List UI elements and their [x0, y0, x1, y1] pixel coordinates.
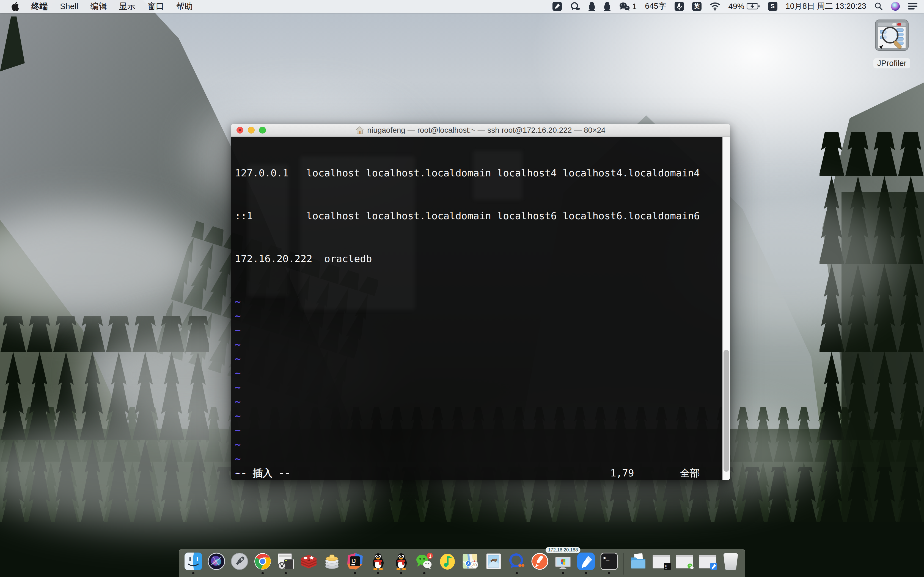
siri-menu-icon[interactable] [891, 2, 900, 11]
running-indicator [400, 572, 402, 574]
vim-tilde-row: ~ [235, 380, 719, 395]
vim-tilde-row: ~ [235, 437, 719, 452]
dock-qq-icon[interactable] [369, 553, 387, 570]
jprofiler-label: JProfiler [873, 58, 910, 68]
running-indicator [192, 572, 194, 574]
menu-shell[interactable]: Shell [60, 2, 78, 11]
note-app-menu-icon[interactable] [552, 2, 562, 11]
running-indicator [423, 572, 425, 574]
svg-text:IJ: IJ [665, 565, 667, 568]
hosts-line: ::1 localhost localhost.localdomain loca… [235, 209, 719, 223]
running-indicator [354, 572, 356, 574]
menu-bar: 终端 Shell 编辑 显示 窗口 帮助 1 645字 英 [0, 0, 924, 13]
vim-tilde-row: ~ [235, 395, 719, 409]
jprofiler-icon [873, 18, 911, 55]
dock-terminal-icon[interactable]: >_ [600, 553, 618, 570]
apple-menu-icon[interactable] [11, 2, 19, 11]
home-proxy-icon [355, 126, 364, 134]
qq-menu-icon[interactable] [588, 2, 595, 11]
microphone-menu-icon[interactable] [675, 2, 684, 11]
dock: IJ 1 3D 172.16.20.188 >_ [179, 549, 745, 577]
rdp-connection-label: 172.16.20.188 [546, 547, 580, 553]
menu-datetime[interactable]: 10月8日 周二 13:20:23 [786, 1, 866, 12]
battery-percent: 49% [729, 2, 745, 11]
menu-terminal[interactable]: 终端 [31, 1, 48, 12]
terminal-titlebar[interactable]: niugaofeng — root@localhost:~ — ssh root… [231, 124, 730, 137]
jprofiler-desktop-icon[interactable]: JProfiler [869, 18, 915, 68]
word-count-status[interactable]: 645字 [645, 1, 666, 12]
qq-menu-icon-2[interactable] [604, 2, 611, 11]
dock-documents-folder-icon[interactable] [630, 553, 647, 570]
battery-charging-icon[interactable] [746, 3, 760, 10]
tilde-lines: ~~~~~~~~~~~~~~~~~~~~ [235, 295, 719, 480]
trash-cup [723, 553, 738, 570]
menu-window[interactable]: 窗口 [148, 1, 164, 12]
dock-qq-icon-2[interactable] [393, 553, 410, 570]
running-indicator [262, 572, 264, 574]
dock-wechat-icon[interactable]: 1 [415, 553, 433, 570]
running-indicator [562, 572, 564, 574]
dock-chrome-icon[interactable] [254, 553, 271, 570]
hosts-line: 172.16.20.222 oracledb [235, 252, 719, 266]
wechat-badge-count: 1 [429, 554, 431, 559]
dock-divider [624, 553, 624, 575]
dock-window-preview-wechat[interactable] [676, 553, 693, 570]
dock-launchpad-icon[interactable] [231, 553, 248, 570]
running-indicator [585, 572, 587, 574]
vim-mode-indicator: -- 插入 -- [235, 466, 291, 480]
dock-intellij-icon[interactable]: IJ [346, 553, 364, 570]
wifi-icon[interactable] [710, 2, 720, 10]
vim-cursor-position: 1,79 [610, 466, 634, 480]
dock-remote-desktop-icon[interactable]: 172.16.20.188 [554, 553, 572, 570]
dock-mail-icon[interactable] [485, 553, 502, 570]
dock-blue-notes-icon[interactable] [577, 553, 595, 570]
dock-database-app-icon[interactable] [323, 553, 341, 570]
intellij-letters: IJ [351, 558, 356, 564]
vim-tilde-row: ~ [235, 295, 719, 309]
terminal-window[interactable]: niugaofeng — root@localhost:~ — ssh root… [231, 124, 730, 480]
running-indicator [377, 572, 379, 574]
vim-tilde-row: ~ [235, 323, 719, 337]
wechat-unread-count: 1 [632, 2, 636, 11]
hosts-line: 127.0.0.1 localhost localhost.localdomai… [235, 166, 719, 180]
dock-siri-icon[interactable] [208, 553, 225, 570]
dock-qq-music-icon[interactable] [439, 553, 456, 570]
vim-status-line: -- 插入 -- 1,79 全部 [235, 466, 719, 480]
chat-ring-menu-icon[interactable] [570, 2, 580, 11]
maps-3d-label: 3D [472, 563, 477, 567]
running-indicator [608, 572, 610, 574]
vim-tilde-row: ~ [235, 352, 719, 366]
dock-chat-ring-app-icon[interactable] [508, 553, 525, 570]
dock-trash-icon[interactable] [722, 553, 740, 570]
vim-tilde-row: ~ [235, 337, 719, 352]
spotlight-search-icon[interactable] [874, 2, 883, 10]
menu-help[interactable]: 帮助 [176, 1, 193, 12]
vim-tilde-row: ~ [235, 409, 719, 423]
menu-view[interactable]: 显示 [119, 1, 136, 12]
wechat-menu-icon[interactable]: 1 [619, 2, 636, 11]
dock-window-preview-notes[interactable] [699, 553, 716, 570]
dock-orange-pen-app-icon[interactable] [531, 553, 549, 570]
notification-center-icon[interactable] [908, 3, 918, 10]
dock-redis-icon[interactable] [300, 553, 318, 570]
terminal-scrollbar-track[interactable] [722, 137, 730, 480]
vim-tilde-row: ~ [235, 452, 719, 466]
menu-edit[interactable]: 编辑 [90, 1, 107, 12]
terminal-content[interactable]: 127.0.0.1 localhost localhost.localdomai… [231, 137, 730, 480]
dock-maps-icon[interactable]: 3D [462, 553, 479, 570]
vim-tilde-row: ~ [235, 423, 719, 437]
dock-securecrt-icon[interactable] [277, 553, 294, 570]
terminal-scrollbar-thumb[interactable] [724, 350, 729, 472]
dock-window-preview-intellij[interactable]: IJ [653, 553, 670, 570]
vim-tilde-row: ~ [235, 366, 719, 380]
sync-app-icon[interactable]: S [768, 2, 777, 11]
vim-scroll-indicator: 全部 [680, 466, 700, 480]
running-indicator [284, 572, 287, 574]
dock-finder-icon[interactable] [184, 553, 202, 570]
window-title: niugaofeng — root@localhost:~ — ssh root… [367, 126, 605, 135]
running-indicator [515, 572, 518, 574]
input-method-icon[interactable]: 英 [692, 2, 701, 11]
vim-tilde-row: ~ [235, 309, 719, 323]
terminal-text: 127.0.0.1 localhost localhost.localdomai… [235, 137, 719, 480]
terminal-prompt-glyph: >_ [603, 554, 610, 561]
